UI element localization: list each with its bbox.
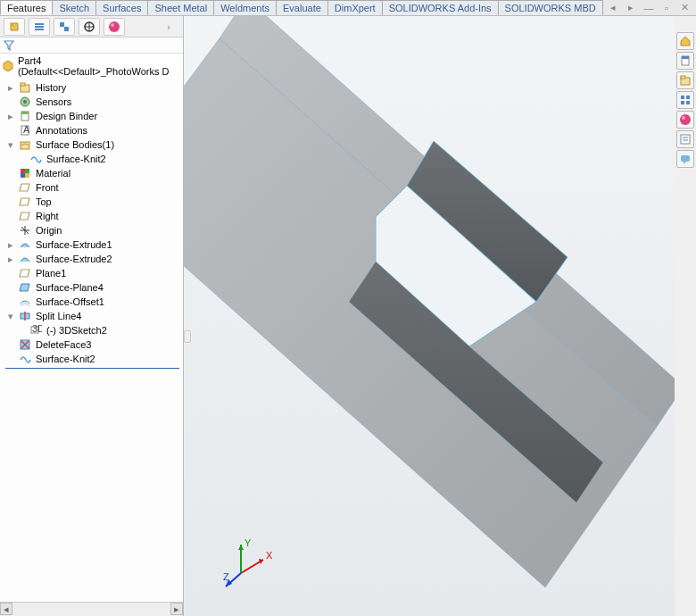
tree-item-plane1[interactable]: Plane1 [2, 266, 183, 280]
expand-caret-icon[interactable]: ▸ [7, 111, 14, 122]
tree-item-surface-plane4[interactable]: Surface-Plane4 [2, 280, 183, 295]
command-manager-tabs: Features Sketch Surfaces Sheet Metal Wel… [0, 0, 696, 16]
tree-item-label: Surface-Plane4 [36, 282, 104, 293]
tab-surfaces[interactable]: Surfaces [95, 0, 148, 15]
split-icon [18, 310, 32, 322]
dimxpert-manager-tab-icon[interactable] [79, 18, 100, 36]
forum-icon[interactable] [676, 150, 694, 168]
svg-text:Y: Y [244, 537, 252, 548]
tree-item-label: Design Binder [36, 111, 97, 121]
surf-icon [18, 253, 32, 265]
tree-item-label: Surface-Extrude1 [36, 239, 112, 250]
svg-rect-67 [686, 96, 690, 99]
feature-manager-tab-icon[interactable] [4, 18, 25, 36]
svg-rect-68 [681, 101, 684, 104]
tree-item-label: Annotations [36, 125, 87, 136]
tab-dimxpert[interactable]: DimXpert [327, 0, 383, 15]
next-window-icon[interactable]: ▸ [625, 2, 637, 14]
appearances-icon[interactable] [676, 111, 694, 129]
offset-icon [18, 296, 32, 308]
expand-panel-icon[interactable]: › [158, 18, 179, 36]
tree-item-label: Split Line4 [36, 311, 81, 321]
graphics-viewport[interactable]: X Y Z [184, 16, 675, 616]
tree-item-surface-extrude1[interactable]: ▸Surface-Extrude1 [2, 237, 183, 252]
sketch3d-icon: 3D [29, 324, 43, 337]
expand-caret-icon[interactable]: ▸ [7, 254, 14, 265]
tree-item-label: Right [36, 211, 59, 221]
svg-rect-69 [686, 101, 690, 104]
tree-item-top[interactable]: Top [2, 195, 183, 209]
tree-item-surface-knit2[interactable]: Surface-Knit2 [2, 152, 183, 166]
tab-addins[interactable]: SOLIDWORKS Add-Ins [382, 0, 499, 15]
tab-features[interactable]: Features [0, 0, 53, 15]
svg-rect-36 [21, 173, 25, 178]
surfplane-icon [18, 281, 32, 294]
svg-rect-17 [35, 29, 44, 30]
horizontal-scrollbar[interactable]: ◂ ▸ [0, 602, 183, 616]
tab-sheet-metal[interactable]: Sheet Metal [147, 0, 214, 15]
tree-item-label: Surface-Knit2 [36, 354, 95, 364]
binder-icon [18, 110, 32, 122]
tree-item-front[interactable]: Front [2, 180, 183, 195]
tree-item--3dsketch2[interactable]: 3D(-) 3DSketch2 [2, 323, 183, 337]
scroll-left-icon[interactable]: ◂ [0, 603, 12, 615]
design-library-icon[interactable] [676, 52, 694, 70]
tree-item-label: Surface-Extrude2 [36, 254, 112, 264]
tree-item-surface-knit2[interactable]: Surface-Knit2 [2, 352, 183, 366]
orientation-triad[interactable]: X Y Z [223, 537, 277, 591]
expand-caret-icon[interactable]: ▸ [7, 82, 14, 94]
tree-item-label: Surface-Offset1 [36, 296, 104, 307]
tree-item-right[interactable]: Right [2, 209, 183, 223]
expand-caret-icon[interactable]: ▸ [7, 239, 14, 251]
filter-bar[interactable] [0, 37, 183, 54]
surf-icon [18, 238, 32, 251]
tree-item-design-binder[interactable]: ▸Design Binder [2, 109, 183, 123]
scroll-right-icon[interactable]: ▸ [170, 603, 183, 615]
tree-item-material-not-specified-[interactable]: Material [2, 166, 183, 180]
tree-item-label: DeleteFace3 [36, 339, 91, 350]
tree-item-origin[interactable]: Origin [2, 223, 183, 237]
tab-evaluate[interactable]: Evaluate [276, 0, 328, 15]
manager-tabs: › [0, 16, 183, 37]
svg-rect-37 [25, 173, 29, 178]
funnel-icon [4, 40, 14, 51]
tree-item-surface-extrude2[interactable]: ▸Surface-Extrude2 [2, 252, 183, 266]
svg-text:A: A [23, 124, 30, 135]
configuration-manager-tab-icon[interactable] [54, 18, 75, 36]
home-icon[interactable] [676, 32, 694, 50]
tab-mbd[interactable]: SOLIDWORKS MBD [498, 0, 603, 15]
tree-item-surface-bodies-1-[interactable]: ▾Surface Bodies(1) [2, 137, 183, 152]
tree-item-deleteface3[interactable]: DeleteFace3 [2, 337, 183, 352]
svg-text:3D: 3D [32, 324, 42, 334]
property-manager-tab-icon[interactable] [29, 18, 50, 36]
file-explorer-icon[interactable] [676, 71, 694, 89]
plane-icon [18, 267, 32, 279]
plane-icon [18, 210, 32, 222]
surfbody-icon [18, 138, 32, 151]
svg-point-28 [23, 100, 27, 104]
svg-text:X: X [266, 550, 273, 561]
tree-item-history[interactable]: ▸History [2, 80, 183, 95]
view-palette-icon[interactable] [676, 91, 694, 109]
origin-icon [18, 224, 32, 237]
restore-icon[interactable]: ▫ [660, 2, 673, 14]
tree-root[interactable]: Part4 (Default<<Default>_PhotoWorks D [0, 54, 183, 79]
tree-item-sensors[interactable]: Sensors [2, 95, 183, 109]
rollback-bar[interactable] [5, 368, 179, 369]
tree-item-surface-offset1[interactable]: Surface-Offset1 [2, 295, 183, 309]
tab-sketch[interactable]: Sketch [52, 0, 96, 15]
expand-caret-icon[interactable]: ▾ [7, 311, 14, 322]
part-icon [2, 60, 14, 72]
tab-weldments[interactable]: Weldments [213, 0, 277, 15]
tree-item-annotations[interactable]: AAnnotations [2, 123, 183, 137]
close-icon[interactable]: ✕ [678, 2, 691, 14]
expand-caret-icon[interactable]: ▾ [7, 139, 14, 151]
custom-properties-icon[interactable] [676, 130, 694, 148]
prev-window-icon[interactable]: ◂ [607, 2, 619, 14]
panel-splitter-handle[interactable] [184, 330, 191, 343]
plane-icon [18, 181, 32, 194]
tree-item-split-line4[interactable]: ▾Split Line4 [2, 309, 183, 323]
knit-icon [29, 153, 43, 165]
minimize-icon[interactable]: — [642, 2, 655, 14]
display-manager-tab-icon[interactable] [104, 18, 125, 36]
